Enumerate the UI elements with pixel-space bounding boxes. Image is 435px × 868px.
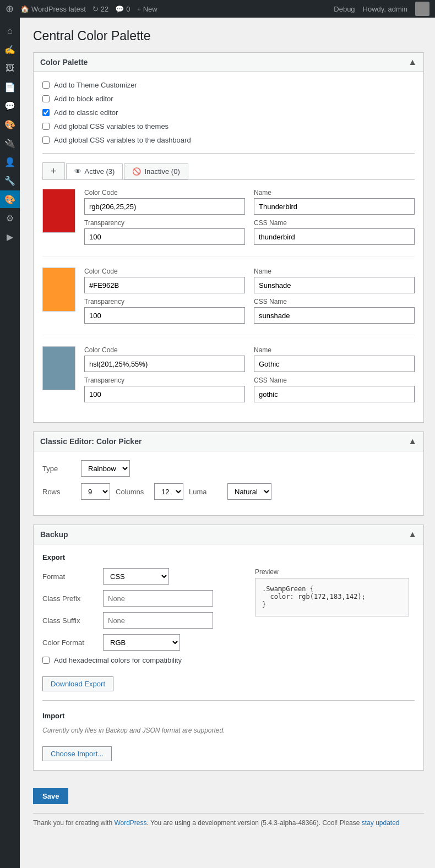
- luma-select[interactable]: NaturalDarkLight: [227, 483, 271, 500]
- preview-box: .SwampGreen { color: rgb(172,183,142); }: [255, 578, 409, 616]
- columns-select[interactable]: 810121416: [154, 483, 183, 500]
- field-label-name-2: Name: [254, 346, 415, 354]
- field-input-name-1[interactable]: [254, 277, 415, 293]
- field-input-css-name-0[interactable]: [254, 228, 415, 245]
- color-swatch-1[interactable]: [42, 268, 75, 312]
- backup-panel-header: Backup ▲: [34, 525, 423, 544]
- field-input-name-2[interactable]: [254, 356, 415, 372]
- checkbox-label-cb1: Add to Theme Customizer: [54, 81, 137, 89]
- choose-import-button[interactable]: Choose Import...: [42, 746, 112, 761]
- color-palette-panel: Color Palette ▲ Add to Theme CustomizerA…: [33, 52, 424, 423]
- rows-select[interactable]: 6789101112: [81, 483, 110, 500]
- color-swatch-2[interactable]: [42, 346, 75, 390]
- footer-text-after: . You are using a development version (5…: [147, 819, 362, 827]
- download-export-button[interactable]: Download Export: [42, 676, 113, 691]
- backup-panel: Backup ▲ Export Format CSSJSONBackup Cla…: [33, 525, 424, 771]
- checkbox-row: Add to Theme Customizer: [42, 81, 415, 89]
- columns-label: Columns: [116, 488, 149, 496]
- checkbox-cb2[interactable]: [42, 95, 50, 102]
- field-label-color-code-2: Color Code: [84, 346, 245, 354]
- checkbox-cb1[interactable]: [42, 81, 50, 89]
- color-entries-container: Color CodeNameTransparencyCSS NameColor …: [42, 189, 415, 413]
- tab-active[interactable]: 👁 Active (3): [66, 163, 123, 179]
- checkbox-cb3[interactable]: [42, 109, 50, 116]
- type-select[interactable]: RainbowFlatCustom: [81, 460, 130, 477]
- color-palette-collapse-icon[interactable]: ▲: [408, 57, 417, 67]
- class-suffix-label: Class Suffix: [42, 616, 97, 625]
- sidebar-icon-settings[interactable]: ⚙: [0, 209, 20, 227]
- field-input-css-name-1[interactable]: [254, 307, 415, 324]
- field-input-transparency-1[interactable]: [84, 307, 245, 324]
- color-fields-0: Color CodeNameTransparencyCSS Name: [84, 189, 415, 245]
- sidebar-icon-comments[interactable]: 💬: [0, 97, 20, 114]
- footer-stay-updated-link[interactable]: stay updated: [362, 819, 400, 827]
- checkbox-label-cb3: Add to classic editor: [54, 108, 118, 117]
- field-input-color-code-1[interactable]: [84, 277, 245, 293]
- classic-editor-panel-header: Classic Editor: Color Picker ▲: [34, 432, 423, 451]
- class-suffix-input[interactable]: [103, 612, 213, 629]
- color-palette-panel-header: Color Palette ▲: [34, 53, 423, 72]
- export-title: Export: [42, 553, 415, 561]
- field-input-css-name-2[interactable]: [254, 386, 415, 402]
- eye-icon: 👁: [74, 167, 81, 176]
- checkbox-label-cb5: Add global CSS variables to the dashboar…: [54, 136, 191, 144]
- type-label: Type: [42, 465, 75, 473]
- sidebar-icon-posts[interactable]: ✍: [0, 41, 20, 58]
- checkbox-cb5[interactable]: [42, 137, 50, 144]
- sidebar-icon-pages[interactable]: 📄: [0, 78, 20, 96]
- sidebar-icon-collapse[interactable]: ▶: [0, 228, 20, 245]
- tab-active-label: Active (3): [85, 167, 115, 176]
- sidebar-icon-appearance[interactable]: 🎨: [0, 116, 20, 133]
- field-input-transparency-2[interactable]: [84, 386, 245, 402]
- luma-label: Luma: [189, 488, 222, 496]
- field-group-color-code-0: Color Code: [84, 189, 245, 215]
- color-swatch-0[interactable]: [42, 189, 75, 233]
- field-label-transparency-0: Transparency: [84, 219, 245, 227]
- field-label-css-name-0: CSS Name: [254, 219, 415, 227]
- color-format-select[interactable]: RGBHEXHSL: [103, 634, 180, 651]
- class-prefix-input[interactable]: [103, 590, 213, 607]
- sidebar-icon-color-palette[interactable]: 🎨: [0, 190, 20, 208]
- updates-icon: ↻: [93, 5, 99, 13]
- color-fields-2: Color CodeNameTransparencyCSS Name: [84, 346, 415, 402]
- sidebar-icon-plugins[interactable]: 🔌: [0, 134, 20, 152]
- adminbar-howdy[interactable]: Howdy, admin: [363, 5, 407, 13]
- backup-collapse-icon[interactable]: ▲: [408, 529, 417, 539]
- adminbar-new[interactable]: + New: [137, 5, 157, 13]
- sidebar-icon-dashboard[interactable]: ⌂: [0, 22, 20, 40]
- tab-add-button[interactable]: +: [42, 162, 65, 179]
- color-entry-0: Color CodeNameTransparencyCSS Name: [42, 189, 415, 256]
- field-input-name-0[interactable]: [254, 198, 415, 215]
- field-input-color-code-2[interactable]: [84, 356, 245, 372]
- field-group-transparency-2: Transparency: [84, 376, 245, 402]
- wp-logo-icon: ⊕: [6, 3, 14, 15]
- main-content: Central Color Palette Color Palette ▲ Ad…: [20, 18, 435, 868]
- field-label-color-code-1: Color Code: [84, 268, 245, 275]
- adminbar-updates[interactable]: ↻ 22: [93, 5, 108, 13]
- field-label-transparency-2: Transparency: [84, 376, 245, 384]
- field-label-transparency-1: Transparency: [84, 298, 245, 305]
- checkbox-cb4[interactable]: [42, 123, 50, 130]
- tab-inactive[interactable]: 🚫 Inactive (0): [124, 163, 188, 179]
- import-section: Import Currently only files in Backup an…: [42, 712, 415, 761]
- adminbar-debug[interactable]: Debug: [334, 5, 355, 13]
- sidebar-icon-users[interactable]: 👤: [0, 153, 20, 171]
- classic-editor-collapse-icon[interactable]: ▲: [408, 436, 417, 446]
- sidebar-icon-media[interactable]: 🖼: [0, 59, 20, 77]
- tab-inactive-label: Inactive (0): [144, 167, 180, 176]
- classic-editor-panel-body: Type RainbowFlatCustom Rows 6789101112 C…: [34, 451, 423, 515]
- adminbar-site-name[interactable]: 🏠 WordPress latest: [20, 5, 86, 13]
- field-input-color-code-0[interactable]: [84, 198, 245, 215]
- sidebar-icon-tools[interactable]: 🔧: [0, 172, 20, 189]
- rows-label: Rows: [42, 488, 75, 496]
- save-button[interactable]: Save: [33, 788, 68, 804]
- format-select[interactable]: CSSJSONBackup: [103, 568, 169, 585]
- adminbar-comments[interactable]: 💬 0: [115, 5, 130, 13]
- hex-compat-checkbox[interactable]: [42, 657, 50, 664]
- field-input-transparency-0[interactable]: [84, 228, 245, 245]
- color-fields-1: Color CodeNameTransparencyCSS Name: [84, 268, 415, 324]
- site-icon: 🏠: [20, 5, 29, 13]
- footer-wp-link[interactable]: WordPress: [114, 819, 146, 827]
- sidebar: ⌂ ✍ 🖼 📄 💬 🎨 🔌 👤 🔧 🎨 ⚙ ▶: [0, 18, 20, 868]
- import-divider: [42, 700, 415, 701]
